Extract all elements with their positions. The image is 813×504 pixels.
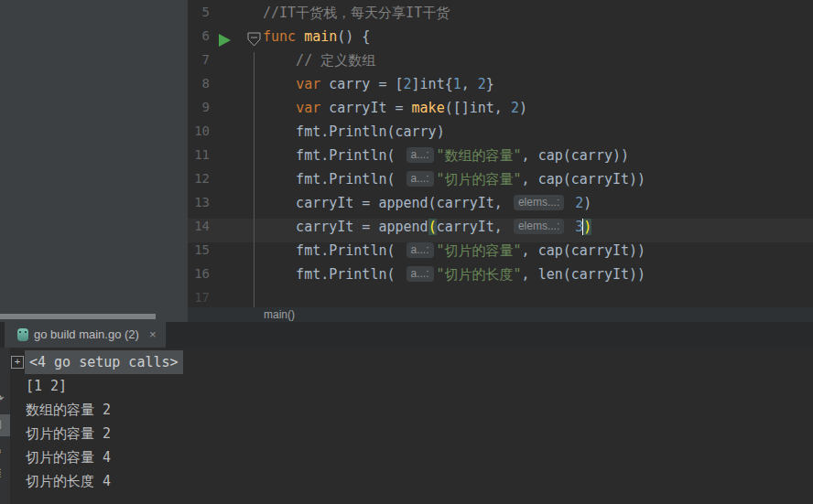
fold-minus-icon[interactable] [246,32,262,51]
code-token: //IT干货栈，每天分享IT干货 [263,5,450,21]
rerun-icon[interactable]: ⟳ [0,390,9,408]
code-line-row[interactable]: 14 carryIt = append(carryIt, elems...: 3… [188,219,813,242]
run-icon[interactable] [219,34,231,47]
code-token: 1 [453,76,461,92]
code-line: // 定义数组 [263,52,375,76]
expand-icon[interactable]: + [11,356,24,369]
run-tab-label: go build main.go (2) [34,322,139,348]
code-token: 2 [404,76,412,92]
code-line: fmt.Println( a...:"数组的容量", cap(carry)) [263,147,629,171]
code-line-row[interactable]: 6func main() { [188,28,813,52]
code-line: var carry = [2]int{1, 2} [263,76,494,100]
run-tab[interactable]: go build main.go (2) × [5,322,166,348]
console-line: [1 2] [26,374,795,398]
line-number: 6 [188,28,210,52]
code-line: fmt.Println( a...:"切片的容量", cap(carryIt)) [263,242,645,266]
line-number: 11 [188,147,210,171]
code-token: } [486,76,494,92]
code-line-row[interactable]: 5//IT干货栈，每天分享IT干货 [188,5,813,28]
code-token: carryIt = append(carryIt, [263,195,511,211]
code-token: var [296,100,329,116]
code-line: fmt.Println(carry) [263,123,445,147]
code-token: carryIt, [437,219,511,235]
run-console: ⟳▣⚙≣ + <4 go setup calls> [1 2]数组的容量 2切片… [0,348,813,504]
code-token: "切片的容量" [437,242,522,259]
project-panel-hscrollbar[interactable] [0,314,156,319]
line-number: 13 [188,195,210,219]
close-icon[interactable]: × [149,322,157,348]
code-token: , cap(carry)) [522,147,629,164]
breadcrumb[interactable]: main() [264,307,295,322]
code-line-row[interactable]: 9 var carryIt = make([]int, 2) [188,100,813,123]
code-line-row[interactable]: 11 fmt.Println( a...:"数组的容量", cap(carry)… [188,147,813,171]
console-line: 数组的容量 2 [26,398,795,422]
code-line: func main() { [263,28,370,52]
code-token: carryIt = [329,100,411,116]
inlay-hint: a...: [406,147,434,163]
line-number: 9 [188,100,210,123]
code-line: //IT干货栈，每天分享IT干货 [263,5,450,28]
line-number: 15 [188,242,210,266]
code-token: fmt.Println(carry) [263,123,445,140]
code-line-row[interactable]: 10 fmt.Println(carry) [188,123,813,147]
code-token: "数组的容量" [437,147,522,164]
line-number: 17 [188,290,210,307]
code-token: fmt.Println( [263,242,404,259]
code-line: fmt.Println( a...:"切片的长度", len(carryIt)) [263,266,645,290]
code-token: ([]int, [445,100,511,116]
project-panel [0,0,188,322]
code-line-row[interactable]: 17 [188,290,813,307]
code-token: 3 [567,219,583,235]
code-token: ) [583,219,591,235]
code-token: fmt.Println( [263,266,404,283]
code-token: 2 [478,76,486,92]
console-folded-line[interactable]: <4 go setup calls> [25,350,183,374]
code-line-row[interactable]: 7 // 定义数组 [188,52,813,76]
line-number: 16 [188,266,210,290]
inlay-hint: a...: [406,242,434,258]
line-number: 10 [188,123,210,147]
code-token: ) [583,195,591,211]
line-number: 5 [188,5,210,28]
code-editor[interactable]: 5//IT干货栈，每天分享IT干货6func main() {7 // 定义数组… [188,0,813,307]
code-token: , cap(carryIt)) [522,242,645,259]
console-toolbar: ⟳▣⚙≣ [0,348,10,504]
go-app-icon [17,328,28,341]
code-token: fmt.Println( [263,171,404,188]
line-number: 14 [188,219,210,242]
breadcrumb-bar: main() [188,307,813,322]
code-token: fmt.Println( [263,147,404,164]
code-token: main [304,28,337,45]
code-line: var carryIt = make([]int, 2) [263,100,527,123]
code-token: , [461,76,478,92]
line-number: 8 [188,76,210,100]
code-line-row[interactable]: 8 var carry = [2]int{1, 2} [188,76,813,100]
code-line-row[interactable]: 13 carryIt = append(carryIt, elems...: 2… [188,195,813,219]
code-token: func [263,28,304,45]
code-token [263,76,296,92]
console-line: 切片的长度 4 [26,469,795,493]
code-token: make [412,100,445,116]
code-token: "切片的长度" [437,266,522,283]
console-line: 切片的容量 2 [26,422,795,445]
code-token: ) [519,100,527,116]
code-token: ]int{ [412,76,453,92]
code-line: carryIt = append(carryIt, elems...: 2) [263,195,591,219]
code-line: fmt.Println( a...:"切片的容量", cap(carryIt)) [263,171,645,195]
code-token: , cap(carryIt)) [522,171,645,188]
code-line-row[interactable]: 12 fmt.Println( a...:"切片的容量", cap(carryI… [188,171,813,195]
soft-wrap-icon[interactable]: ≣ [0,464,9,482]
code-token: // 定义数组 [263,52,375,69]
code-line-row[interactable]: 15 fmt.Println( a...:"切片的容量", cap(carryI… [188,242,813,266]
code-token: () { [337,28,370,45]
ide-window: 5//IT干货栈，每天分享IT干货6func main() {7 // 定义数组… [0,0,813,504]
code-token: , len(carryIt)) [522,266,645,283]
code-token: carry = [ [329,76,403,92]
code-token: carryIt = append [263,219,428,235]
code-line: carryIt = append(carryIt, elems...: 3) [263,219,591,242]
code-line-row[interactable]: 16 fmt.Println( a...:"切片的长度", len(carryI… [188,266,813,290]
stop-icon[interactable]: ▣ [0,414,9,433]
inlay-hint: elems...: [514,219,564,234]
settings-icon[interactable]: ⚙ [0,442,9,460]
code-token: var [296,76,329,92]
